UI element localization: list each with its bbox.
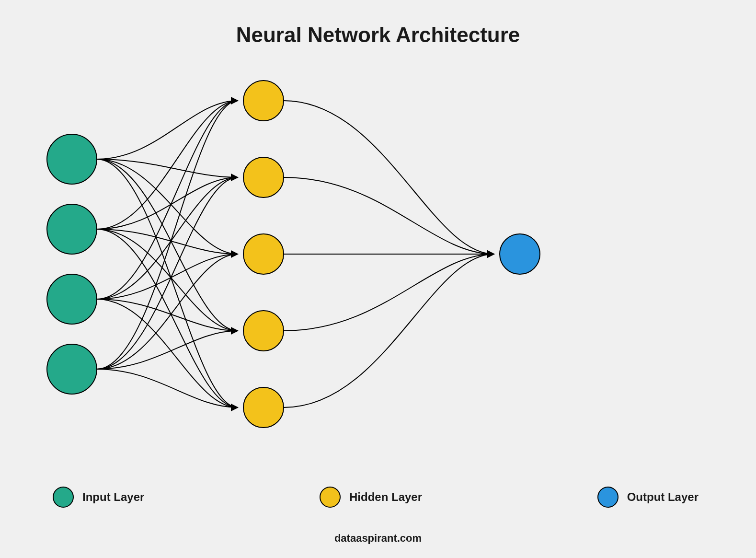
output-layer	[500, 234, 540, 274]
legend-label: Output Layer	[627, 490, 699, 504]
network-svg	[0, 0, 756, 558]
legend-item-input: Input Layer	[53, 487, 144, 508]
edges-input-hidden	[97, 101, 238, 407]
legend: Input Layer Hidden Layer Output Layer	[53, 487, 699, 508]
input-node	[47, 274, 97, 324]
input-node	[47, 204, 97, 254]
hidden-node	[243, 81, 284, 121]
legend-item-output: Output Layer	[597, 487, 699, 508]
hidden-layer	[243, 81, 284, 428]
circle-icon	[53, 487, 74, 508]
input-node	[47, 134, 97, 184]
output-node	[500, 234, 540, 274]
circle-icon	[597, 487, 619, 508]
input-layer	[47, 134, 97, 394]
legend-label: Input Layer	[82, 490, 144, 504]
legend-label: Hidden Layer	[349, 490, 422, 504]
hidden-node	[243, 387, 284, 428]
diagram-canvas: Neural Network Architecture	[0, 0, 756, 558]
hidden-node	[243, 311, 284, 351]
hidden-node	[243, 234, 284, 274]
credit-text: dataaspirant.com	[0, 532, 756, 545]
circle-icon	[320, 487, 341, 508]
hidden-node	[243, 157, 284, 198]
input-node	[47, 344, 97, 394]
edges-hidden-output	[284, 101, 494, 407]
legend-item-hidden: Hidden Layer	[320, 487, 422, 508]
